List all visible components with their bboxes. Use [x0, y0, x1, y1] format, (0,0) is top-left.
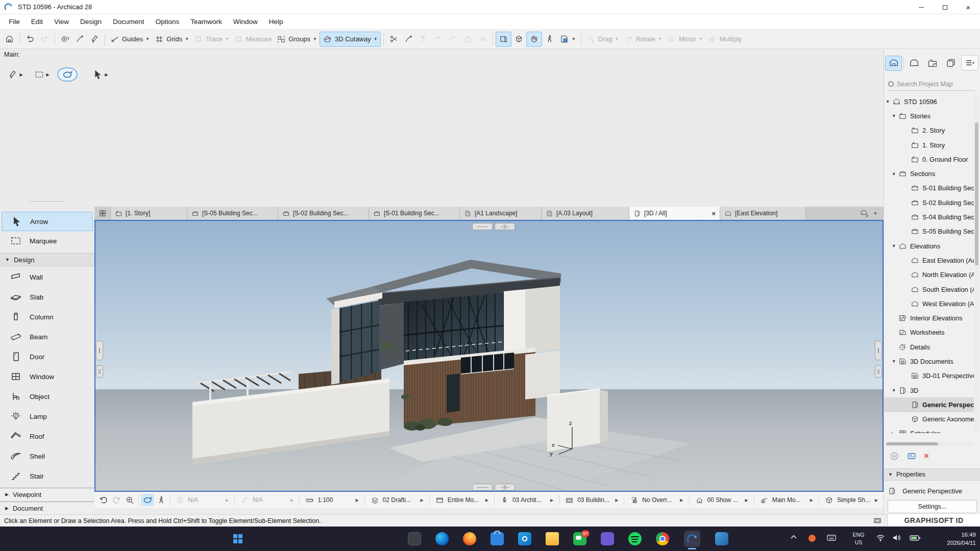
menu-document[interactable]: Document [107, 14, 150, 29]
tab-3d-all[interactable]: [3D / All]× [629, 207, 720, 220]
tool-roof[interactable]: Roof [2, 427, 93, 446]
speaker-icon[interactable] [892, 534, 901, 542]
menu-edit[interactable]: Edit [26, 14, 48, 29]
tree-item-sections[interactable]: ▼Sections [884, 166, 974, 181]
tray-app-icon[interactable] [808, 535, 816, 542]
window-layout-icon[interactable] [873, 516, 882, 525]
tool-arrow[interactable]: Arrow [2, 212, 93, 231]
tree-item-worksheets[interactable]: Worksheets [884, 325, 974, 340]
minimize-button[interactable] [910, 0, 933, 14]
crop-roof-button[interactable] [475, 32, 490, 47]
tree-item-east-elevation[interactable]: East Elevation (Auto [884, 253, 974, 267]
tool-shell[interactable]: Shell [2, 446, 93, 466]
tool-slab[interactable]: Slab [2, 287, 93, 307]
menu-teamwork[interactable]: Teamwork [185, 14, 228, 29]
taskbar-app-purple[interactable] [599, 531, 616, 547]
measure-button[interactable]: Measure [232, 32, 275, 47]
fillet-button[interactable] [446, 32, 460, 47]
pick-up-parameters-button[interactable] [72, 32, 87, 47]
toolbox-drag-handle[interactable] [30, 201, 64, 202]
properties-card-icon[interactable] [906, 451, 917, 461]
3d-style-selector[interactable]: Simple Sh...▶ [821, 496, 881, 505]
tree-item-3d01-perspective[interactable]: 3D-01 Perspective ( [884, 369, 974, 383]
tree-item-project[interactable]: ▼STD 10596 [884, 94, 974, 109]
language-indicator[interactable]: ENG US [848, 531, 869, 546]
tool-beam[interactable]: Beam [2, 327, 93, 346]
tree-item-west-elevation[interactable]: West Elevation (Auto [884, 296, 974, 311]
menu-view[interactable]: View [48, 14, 75, 29]
tree-item-s01[interactable]: S-01 Building Sectio [884, 181, 974, 195]
close-button[interactable]: × [957, 0, 980, 14]
menu-help[interactable]: Help [263, 14, 289, 29]
arrow-quick-button[interactable]: ▶ [89, 66, 111, 83]
tree-item-elevations[interactable]: ▼Elevations [884, 239, 974, 253]
next-zoom-button[interactable] [110, 494, 123, 506]
tree-item-schedules[interactable]: ▶Schedules [884, 427, 974, 433]
orbit-button[interactable] [141, 494, 154, 506]
marquee-quick-button[interactable]: ▶ [31, 66, 53, 83]
project-map-search[interactable] [888, 78, 974, 91]
graphic-override-selector[interactable]: No Overr...▶ [626, 496, 687, 505]
toolbox-section-viewpoint[interactable]: ▶Viewpoint [0, 488, 94, 500]
undo-button[interactable] [22, 32, 37, 47]
start-button[interactable] [230, 531, 246, 547]
menu-file[interactable]: File [3, 14, 26, 29]
settings-button[interactable]: Settings... [888, 500, 977, 513]
taskbar-app-explorer[interactable] [544, 531, 560, 547]
show-axonometry-button[interactable] [511, 32, 526, 47]
3d-document-button[interactable]: ▼ [557, 32, 578, 47]
find-select-button[interactable] [58, 32, 72, 47]
tool-object[interactable]: Object [2, 387, 93, 406]
project-map-button[interactable] [885, 56, 902, 71]
taskbar-app-firefox[interactable] [461, 531, 478, 547]
menu-design[interactable]: Design [75, 14, 107, 29]
taskbar-app-desktop[interactable] [406, 531, 423, 547]
left-scrollbar-handle[interactable]: ┃ [96, 341, 103, 360]
wifi-icon[interactable] [876, 534, 885, 542]
layout-book-button[interactable] [924, 56, 941, 71]
taskbar-app-archicad[interactable] [684, 531, 700, 547]
search-input[interactable] [897, 81, 968, 88]
tree-item-details[interactable]: Details [884, 340, 974, 354]
renovation-filter-selector[interactable]: 00 Show ...▶ [692, 496, 752, 505]
tree-item-1-story[interactable]: 1. Story [884, 138, 974, 152]
structure-display-selector[interactable]: Entire Mo...▶ [432, 496, 492, 505]
tree-item-generic-perspective[interactable]: Generic Perspective [884, 397, 974, 412]
graphisoft-id-button[interactable]: GRAPHISOFT ID [887, 514, 980, 527]
orbit-quick-button[interactable] [57, 67, 78, 82]
trace-button[interactable]: Trace▼ [191, 32, 232, 47]
tree-item-north-elevation[interactable]: North Elevation (Aut [884, 268, 974, 282]
taskbar-app-store[interactable] [489, 531, 505, 547]
redo-button[interactable] [37, 32, 52, 47]
explore-button[interactable] [154, 494, 167, 506]
tree-item-3d[interactable]: ▼3D [884, 383, 974, 397]
explore-walk-button[interactable] [542, 32, 557, 47]
tab-s05-section[interactable]: [S-05 Building Sec... [187, 207, 278, 220]
taskbar-app-edge[interactable] [434, 531, 450, 547]
delete-icon[interactable]: × [924, 451, 929, 461]
model-view-options-selector[interactable]: 03 Buildin...▶ [561, 496, 622, 505]
tab-s02-section[interactable]: [S-02 Building Sec... [278, 207, 369, 220]
tree-item-south-elevation[interactable]: South Elevation (Aut [884, 282, 974, 296]
tree-item-interior-elevations[interactable]: Interior Elevations [884, 311, 974, 325]
tab-s01-section[interactable]: [S-01 Building Sec... [369, 207, 460, 220]
crop-button[interactable] [460, 32, 475, 47]
taskbar-app-blue[interactable] [714, 531, 730, 547]
tool-window[interactable]: Window [2, 367, 93, 386]
pen-set-name-selector[interactable]: 03 Archit...▶ [497, 496, 557, 505]
layer-combination-selector[interactable]: 02 Drafti...▶ [367, 496, 427, 505]
mirror-button[interactable]: Mirror▼ [665, 32, 705, 47]
camera-selector[interactable]: Main Mo...▶ [756, 496, 817, 505]
guides-button[interactable]: Guides▼ [108, 32, 152, 47]
trim-button[interactable] [431, 32, 446, 47]
tab-list-dropdown[interactable]: ▼ [854, 207, 884, 220]
home-view-button[interactable] [2, 32, 17, 47]
menu-window[interactable]: Window [228, 14, 263, 29]
multiply-button[interactable]: Multiply [705, 32, 745, 47]
menu-options[interactable]: Options [150, 14, 185, 29]
right-splitter-handle[interactable]: ╳ [875, 365, 882, 378]
tree-item-generic-axonometry[interactable]: Generic Axonometry [884, 412, 974, 427]
show-cutaway-button[interactable] [526, 32, 542, 47]
top-splitter-handle[interactable]: ─╳─ [495, 223, 515, 230]
tree-item-3d-documents[interactable]: ▼3D Documents [884, 354, 974, 368]
